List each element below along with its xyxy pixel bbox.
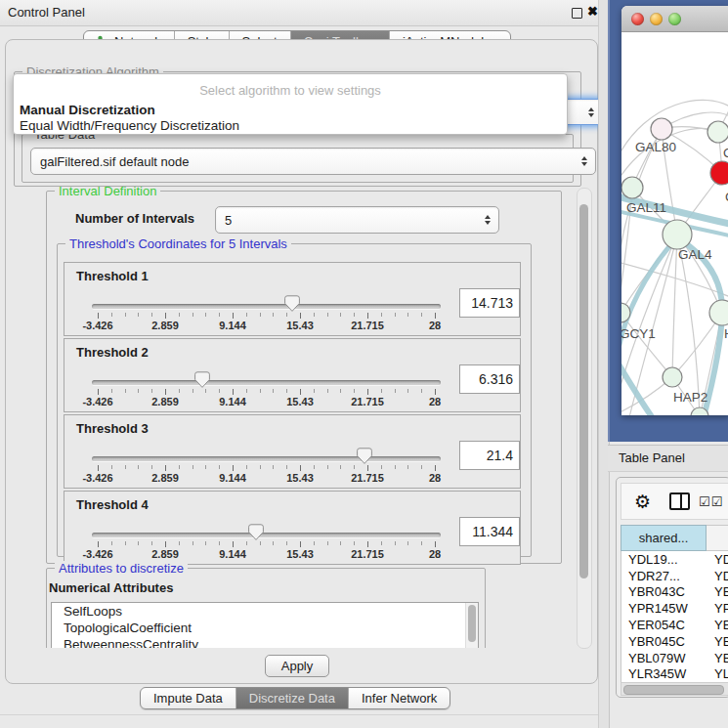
slider-tick bbox=[125, 389, 126, 393]
slider-tick bbox=[300, 389, 301, 395]
checkbox-icon[interactable]: ☑ bbox=[699, 494, 710, 509]
attribute-list-item[interactable]: SelfLoops bbox=[52, 603, 478, 620]
network-node-h[interactable] bbox=[709, 300, 728, 325]
network-window-titlebar[interactable] bbox=[621, 6, 728, 32]
threshold-slider[interactable]: -3.4262.8599.14415.4321.71528 bbox=[92, 415, 441, 488]
network-node-gal4[interactable] bbox=[663, 220, 692, 249]
attribute-list-item[interactable]: BetweennessCentrality bbox=[52, 636, 478, 648]
attributes-list-scrollbar[interactable] bbox=[465, 603, 478, 648]
threshold-slider[interactable]: -3.4262.8599.14415.4321.71528 bbox=[92, 263, 441, 335]
threshold-value-field[interactable]: 11.344 bbox=[459, 517, 520, 546]
slider-tick bbox=[395, 313, 396, 317]
slider-tick bbox=[151, 541, 152, 545]
table-cell: YBR045C bbox=[621, 634, 712, 649]
slider-tick bbox=[219, 389, 220, 393]
attribute-list-item[interactable]: TopologicalCoefficient bbox=[52, 620, 478, 636]
threshold-value-field[interactable]: 14.713 bbox=[459, 288, 520, 318]
slider-tick bbox=[435, 389, 436, 395]
slider-tick-label: 15.43 bbox=[286, 396, 314, 407]
slider-tick bbox=[381, 541, 382, 545]
table-horizontal-scrollbar[interactable] bbox=[621, 682, 728, 696]
tab-impute-data[interactable]: Impute Data bbox=[141, 688, 236, 708]
num-intervals-label: Number of Intervals bbox=[75, 211, 194, 226]
close-traffic-light-icon[interactable] bbox=[631, 13, 644, 25]
table-row[interactable]: YDR27...YDR2 bbox=[621, 568, 728, 584]
apply-button[interactable]: Apply bbox=[265, 655, 329, 677]
slider-tick bbox=[111, 465, 112, 469]
tab-discretize-data[interactable]: Discretize Data bbox=[236, 688, 349, 708]
slider-tick bbox=[435, 313, 436, 319]
table-row[interactable]: YER054CYER0 bbox=[621, 617, 728, 633]
slider-track[interactable] bbox=[92, 533, 441, 537]
slider-handle[interactable] bbox=[357, 448, 372, 464]
numerical-attributes-list[interactable]: SelfLoopsTopologicalCoefficientBetweenne… bbox=[51, 602, 479, 648]
dropdown-option[interactable]: Manual Discretization bbox=[14, 103, 567, 118]
slider-tick bbox=[219, 541, 220, 545]
table-data-combo[interactable]: galFiltered.sif default node bbox=[30, 148, 596, 175]
slider-tick bbox=[421, 313, 422, 317]
network-node[interactable] bbox=[707, 121, 728, 143]
threshold-slider[interactable]: -3.4262.8599.14415.4321.71528 bbox=[92, 339, 441, 411]
table-row[interactable]: YDL19...YDL1 bbox=[621, 551, 728, 568]
table-toolbar: ⚙ ☑ ☑ bbox=[621, 483, 728, 520]
column-header-label: na bbox=[707, 531, 728, 545]
slider-tick bbox=[354, 541, 355, 545]
slider-tick bbox=[193, 389, 193, 393]
table-row[interactable]: YLR345WYLR3 bbox=[621, 666, 728, 682]
slider-tick-label: 28 bbox=[429, 320, 441, 331]
slider-tick-label: 28 bbox=[429, 472, 441, 484]
network-node-label: GAL80 bbox=[635, 140, 676, 154]
slider-tick bbox=[98, 389, 99, 395]
slider-tick bbox=[421, 389, 422, 393]
slider-handle[interactable] bbox=[194, 371, 210, 388]
table-row[interactable]: YBL079WYBL0 bbox=[621, 650, 728, 666]
network-canvas[interactable]: GAL80GACGAL11GAL4GCY1HHAP2 bbox=[621, 32, 728, 415]
slider-track[interactable] bbox=[92, 304, 441, 309]
slider-track[interactable] bbox=[92, 456, 441, 461]
gear-icon[interactable]: ⚙ bbox=[634, 492, 651, 511]
table-column-header[interactable]: na bbox=[707, 525, 728, 551]
num-intervals-combo[interactable]: 5 bbox=[215, 206, 499, 234]
tab-label: Discretize Data bbox=[249, 691, 335, 706]
dropdown-option[interactable]: Equal Width/Frequency Discretization bbox=[14, 118, 567, 134]
slider-tick bbox=[367, 541, 368, 547]
threshold-value-field[interactable]: 21.4 bbox=[459, 441, 520, 470]
slider-tick-label: 21.715 bbox=[351, 396, 384, 407]
close-icon[interactable]: ✖ bbox=[587, 4, 598, 19]
table-panel-title: Table Panel bbox=[619, 450, 685, 465]
threshold-value-field[interactable]: 6.316 bbox=[459, 364, 520, 394]
thresholds-group: Threshold's Coordinates for 5 Intervals … bbox=[57, 243, 532, 557]
slider-tick-label: -3.426 bbox=[82, 396, 112, 407]
slider-tick bbox=[395, 541, 396, 545]
minimize-traffic-light-icon[interactable] bbox=[650, 13, 663, 25]
table-cell: YLR345W bbox=[621, 666, 712, 681]
tab-infer-network[interactable]: Infer Network bbox=[349, 688, 450, 708]
network-node-hap2[interactable] bbox=[663, 367, 682, 387]
slider-tick bbox=[260, 389, 261, 393]
slider-tick bbox=[193, 465, 193, 469]
slider-tick bbox=[407, 541, 408, 545]
network-node-red[interactable] bbox=[710, 161, 728, 185]
table-row[interactable]: YBR043CYBR0 bbox=[621, 584, 728, 601]
columns-icon[interactable] bbox=[669, 492, 690, 510]
float-panel-icon[interactable] bbox=[572, 8, 582, 19]
table-column-header[interactable]: shared... bbox=[621, 525, 707, 551]
network-node-gal11[interactable] bbox=[621, 177, 643, 198]
zoom-traffic-light-icon[interactable] bbox=[668, 13, 681, 25]
slider-track[interactable] bbox=[92, 380, 441, 385]
slider-tick-label: 2.859 bbox=[151, 472, 179, 484]
slider-tick bbox=[151, 389, 152, 393]
table-row[interactable]: YBR045CYBR0 bbox=[621, 633, 728, 650]
settings-vertical-scrollbar[interactable] bbox=[577, 188, 592, 649]
interval-definition-group: Interval Definition Number of Intervals … bbox=[46, 191, 562, 564]
network-edge bbox=[621, 313, 672, 377]
slider-tick bbox=[395, 465, 396, 469]
slider-handle[interactable] bbox=[284, 295, 300, 312]
slider-handle[interactable] bbox=[248, 524, 264, 540]
slider-tick bbox=[435, 541, 436, 547]
threshold-slider[interactable]: -3.4262.8599.14415.4321.71528 bbox=[92, 492, 441, 564]
network-node-gal80[interactable] bbox=[651, 118, 672, 140]
network-desktop: GAL80GACGAL11GAL4GCY1HHAP2 bbox=[608, 0, 728, 442]
checkbox-icon[interactable]: ☑ bbox=[711, 494, 723, 509]
table-row[interactable]: YPR145WYPR1 bbox=[621, 600, 728, 617]
